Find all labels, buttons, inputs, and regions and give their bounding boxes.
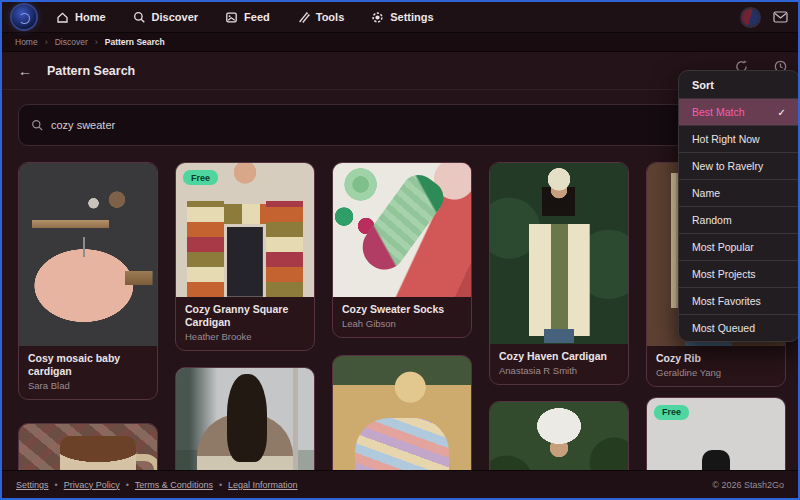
sort-option-label: Best Match bbox=[692, 106, 745, 118]
pattern-results-grid: Cosy mosaic baby cardigan Sara Blad Free… bbox=[18, 162, 786, 472]
pattern-author: Sara Blad bbox=[28, 380, 148, 391]
pattern-image-haven-cardigan bbox=[490, 163, 628, 344]
pattern-title: Cozy Haven Cardigan bbox=[499, 350, 619, 363]
back-button[interactable]: ← bbox=[18, 64, 32, 78]
app-window: Home Discover Feed Tools Settings bbox=[0, 0, 800, 500]
pattern-title: Cosy mosaic baby cardigan bbox=[28, 352, 148, 378]
pattern-title: Cozy Granny Square Cardigan bbox=[185, 303, 305, 329]
pattern-title: Cozy Sweater Socks bbox=[342, 303, 462, 316]
free-badge: Free bbox=[183, 170, 218, 185]
pattern-card[interactable] bbox=[489, 401, 629, 472]
card-body: Cozy Sweater Socks Leah Gibson bbox=[333, 297, 471, 337]
home-icon bbox=[56, 11, 69, 24]
grid-column: Free Cozy Granny Square Cardigan Heather… bbox=[175, 162, 315, 472]
pattern-author: Geraldine Yang bbox=[656, 367, 776, 378]
sort-option-label: Random bbox=[692, 214, 732, 226]
sort-option-label: Hot Right Now bbox=[692, 133, 760, 145]
footer-link-legal[interactable]: Legal Information bbox=[228, 480, 298, 490]
nav-label: Tools bbox=[316, 11, 345, 23]
nav-right bbox=[742, 9, 788, 26]
sort-option-most-projects[interactable]: Most Projects bbox=[679, 260, 799, 287]
dot-separator: • bbox=[219, 480, 222, 490]
sort-option-name[interactable]: Name bbox=[679, 179, 799, 206]
mail-icon[interactable] bbox=[773, 11, 788, 23]
nav-label: Discover bbox=[152, 11, 198, 23]
footer-link-settings[interactable]: Settings bbox=[16, 480, 49, 490]
pattern-title: Cozy Rib bbox=[656, 352, 776, 365]
sort-option-most-favorites[interactable]: Most Favorites bbox=[679, 287, 799, 314]
sort-option-label: Most Favorites bbox=[692, 295, 761, 307]
pattern-card[interactable]: Cosy mosaic baby cardigan Sara Blad bbox=[18, 162, 158, 400]
grid-column: Cosy mosaic baby cardigan Sara Blad bbox=[18, 162, 158, 472]
card-body: Cozy Rib Geraldine Yang bbox=[647, 346, 785, 386]
pattern-image-field-sweater bbox=[333, 356, 471, 472]
nav-label: Settings bbox=[390, 11, 433, 23]
pattern-image-granny-square-cardigan: Free bbox=[176, 163, 314, 297]
sort-option-label: Most Popular bbox=[692, 241, 754, 253]
pattern-image-baby-cardigan bbox=[19, 163, 157, 346]
sort-option-label: Most Queued bbox=[692, 322, 755, 334]
settings-icon bbox=[371, 11, 384, 24]
nav-tools[interactable]: Tools bbox=[297, 11, 345, 24]
search-query-text: cozy sweater bbox=[51, 119, 115, 131]
sort-menu-header: Sort bbox=[679, 71, 799, 98]
breadcrumb: Home › Discover › Pattern Search bbox=[2, 32, 798, 52]
pattern-image-granny-flat-cardigan: Free bbox=[647, 398, 785, 472]
pattern-card[interactable]: Cozy Haven Cardigan Anastasia R Smith bbox=[489, 162, 629, 385]
sort-option-best-match[interactable]: Best Match ✓ bbox=[679, 98, 799, 125]
dot-separator: • bbox=[126, 480, 129, 490]
app-logo-icon[interactable] bbox=[12, 5, 36, 29]
sort-option-label: Most Projects bbox=[692, 268, 756, 280]
pattern-author: Anastasia R Smith bbox=[499, 365, 619, 376]
card-body: Cozy Haven Cardigan Anastasia R Smith bbox=[490, 344, 628, 384]
nav-settings[interactable]: Settings bbox=[371, 11, 433, 24]
pattern-card[interactable] bbox=[175, 367, 315, 472]
top-navbar: Home Discover Feed Tools Settings bbox=[2, 2, 798, 32]
chevron-right-icon: › bbox=[45, 37, 48, 47]
search-icon bbox=[31, 119, 44, 132]
sort-option-label: Name bbox=[692, 187, 720, 199]
tools-icon bbox=[297, 11, 310, 24]
sort-option-most-popular[interactable]: Most Popular bbox=[679, 233, 799, 260]
pattern-card[interactable] bbox=[18, 423, 158, 472]
user-avatar[interactable] bbox=[742, 9, 759, 26]
feed-icon bbox=[225, 11, 238, 24]
nav-discover[interactable]: Discover bbox=[133, 11, 198, 24]
pattern-image-cap-portrait bbox=[490, 402, 628, 472]
pattern-card[interactable] bbox=[332, 355, 472, 472]
pattern-card[interactable]: Free bbox=[646, 397, 786, 472]
sort-option-hot-right-now[interactable]: Hot Right Now bbox=[679, 125, 799, 152]
pattern-image-back-view-sweater bbox=[176, 368, 314, 472]
sort-option-most-queued[interactable]: Most Queued bbox=[679, 314, 799, 341]
nav-home[interactable]: Home bbox=[56, 11, 106, 24]
nav-items: Home Discover Feed Tools Settings bbox=[56, 11, 461, 24]
sort-option-random[interactable]: Random bbox=[679, 206, 799, 233]
footer: Settings • Privacy Policy • Terms & Cond… bbox=[2, 470, 798, 498]
pattern-image-coffee-mug bbox=[19, 424, 157, 472]
sort-option-new-to-ravelry[interactable]: New to Ravelry bbox=[679, 152, 799, 179]
footer-links: Settings • Privacy Policy • Terms & Cond… bbox=[16, 480, 298, 490]
card-body: Cosy mosaic baby cardigan Sara Blad bbox=[19, 346, 157, 399]
pattern-image-sweater-socks bbox=[333, 163, 471, 297]
grid-column: Cozy Sweater Socks Leah Gibson bbox=[332, 162, 472, 472]
breadcrumb-discover[interactable]: Discover bbox=[55, 37, 88, 47]
footer-link-terms[interactable]: Terms & Conditions bbox=[135, 480, 213, 490]
sort-menu: Sort Best Match ✓ Hot Right Now New to R… bbox=[678, 70, 800, 342]
card-body: Cozy Granny Square Cardigan Heather Broo… bbox=[176, 297, 314, 350]
footer-link-privacy-policy[interactable]: Privacy Policy bbox=[64, 480, 120, 490]
chevron-right-icon: › bbox=[95, 37, 98, 47]
sort-option-label: New to Ravelry bbox=[692, 160, 763, 172]
dot-separator: • bbox=[55, 480, 58, 490]
pattern-author: Leah Gibson bbox=[342, 318, 462, 329]
search-input[interactable]: cozy sweater bbox=[18, 104, 782, 146]
breadcrumb-home[interactable]: Home bbox=[15, 37, 38, 47]
discover-icon bbox=[133, 11, 146, 24]
nav-feed[interactable]: Feed bbox=[225, 11, 270, 24]
pattern-author: Heather Brooke bbox=[185, 331, 305, 342]
grid-column: Cozy Haven Cardigan Anastasia R Smith bbox=[489, 162, 629, 472]
pattern-card[interactable]: Cozy Sweater Socks Leah Gibson bbox=[332, 162, 472, 338]
nav-label: Home bbox=[75, 11, 106, 23]
pattern-card[interactable]: Free Cozy Granny Square Cardigan Heather… bbox=[175, 162, 315, 351]
copyright: © 2026 Stash2Go bbox=[712, 480, 784, 490]
check-icon: ✓ bbox=[778, 107, 786, 118]
